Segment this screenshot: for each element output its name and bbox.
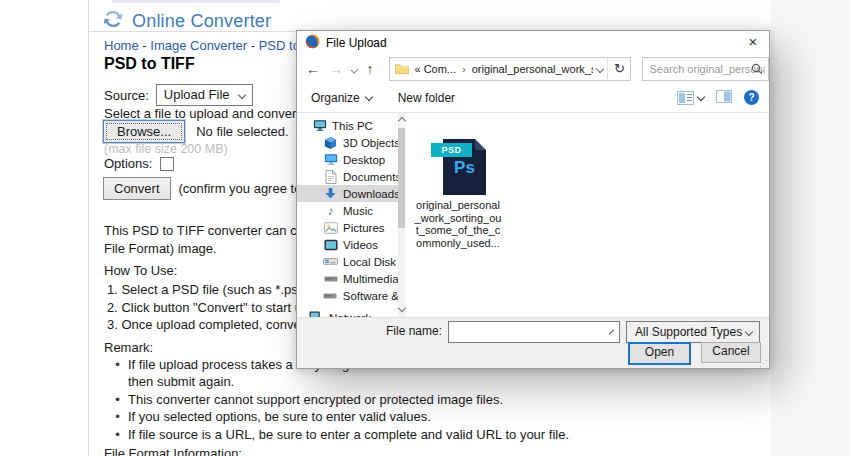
sidebar-item-network[interactable]: Network [297,309,405,317]
file-name-label-text: original_personal _work_sorting_ou t_som… [403,199,513,249]
forward-icon: → [329,61,343,77]
chevron-down-icon [697,92,705,100]
sidebar-item-multimedia-d[interactable]: Multimedia (D:) [297,270,405,287]
file-name-input[interactable] [449,324,611,340]
file-name-label: File name: [386,324,442,338]
organize-button[interactable]: Organize [311,91,372,105]
refresh-icon[interactable]: ↻ [607,58,630,80]
list-item: •This converter cannot support encrypted… [107,391,569,408]
sidebar-item-software-docs[interactable]: Software & Docu [297,287,405,304]
sidebar-item-desktop[interactable]: Desktop [297,151,405,168]
source-label: Source: [104,88,149,103]
search-input[interactable] [643,63,765,75]
file-type-select[interactable]: All Supported Types [626,321,760,343]
list-item: •If you selected options, be sure to ent… [107,408,569,425]
dialog-sidebar: This PC 3D Objects Desktop Documents [297,113,405,317]
dialog-navigation-bar: ← → ↑ « Com... › original_personal_work_… [297,55,769,83]
page-top-artifact [112,0,280,3]
sidebar-item-this-pc[interactable]: This PC [297,117,405,134]
no-file-text: No file selected. [196,124,289,139]
address-bar[interactable]: « Com... › original_personal_work_sorti.… [389,57,631,81]
list-item-continuation: then submit again. [107,373,569,390]
options-checkbox[interactable] [160,157,174,171]
up-icon[interactable]: ↑ [366,61,373,77]
desktop-icon [322,153,339,166]
page-right-background [771,0,850,456]
document-icon [322,170,339,184]
options-label: Options: [104,156,152,171]
search-icon [751,63,763,78]
drive-icon [322,292,339,300]
list-item: •If file source is a URL, be sure to ent… [107,426,569,443]
dialog-titlebar[interactable]: File Upload × [297,31,769,55]
psd-badge: PSD [431,143,472,157]
dialog-toolbar: Organize New folder ? [297,83,769,112]
video-icon [322,239,339,251]
page-title: PSD to TIFF [104,55,195,73]
remark-list: •If file upload process takes a very lon… [107,356,569,443]
preview-pane-button[interactable] [716,90,732,106]
sidebar-item-pictures[interactable]: Pictures [297,219,405,236]
address-breadcrumb[interactable]: « Com... › original_personal_work_sorti.… [409,63,593,75]
search-box[interactable] [642,57,769,81]
disk-icon [322,256,339,267]
remark-heading: Remark: [104,340,153,355]
firefox-icon [305,34,320,52]
sidebar-item-music[interactable]: ♪Music [297,202,405,219]
page-left-border [88,0,89,456]
close-icon[interactable]: × [737,31,769,55]
sidebar-item-videos[interactable]: Videos [297,236,405,253]
music-note-icon: ♪ [322,204,339,218]
preview-pane-icon [716,90,732,103]
sidebar-item-local-disk-c[interactable]: Local Disk (C:) [297,253,405,270]
download-arrow-icon [322,187,339,200]
resize-grip-icon[interactable]: ⋰ [759,360,767,368]
breadcrumb-home-link[interactable]: Home [104,38,139,53]
ps-letters: Ps [443,158,486,178]
dialog-title: File Upload [326,36,737,50]
sidebar-item-documents[interactable]: Documents [297,168,405,185]
picture-icon [322,222,339,234]
browse-button[interactable]: Browse... [103,120,185,143]
help-icon[interactable]: ? [744,90,759,105]
chevron-down-icon [745,328,753,336]
address-dropdown-chevron-icon[interactable] [596,65,604,73]
convert-button[interactable]: Convert [103,177,171,200]
chevron-down-icon [364,92,372,100]
dialog-footer: File name: All Supported Types Open Canc… [297,317,769,368]
file-upload-dialog: File Upload × ← → ↑ « Com... › original_… [296,30,770,369]
sync-arrows-logo-icon [101,7,125,35]
drive-icon [322,275,339,283]
computer-icon [311,119,328,132]
cube-icon [322,136,339,150]
open-button[interactable]: Open [628,342,691,365]
sidebar-item-3d-objects[interactable]: 3D Objects [297,134,405,151]
select-file-label: Select a file to upload and convert: [104,106,303,121]
cancel-button[interactable]: Cancel [701,342,761,363]
view-thumbnails-icon [677,91,694,105]
change-view-button[interactable] [677,91,704,105]
file-format-heading: File Format Information: [104,446,242,456]
history-chevron-icon[interactable] [351,66,359,74]
new-folder-button[interactable]: New folder [398,91,455,105]
source-select[interactable]: Upload File [156,84,253,106]
dialog-content: This PC 3D Objects Desktop Documents [297,113,769,317]
how-to-use-heading: How To Use: [104,263,177,278]
site-logo[interactable]: Online Converter [101,7,271,35]
max-file-size-note: (max file size 200 MB) [104,142,228,156]
file-list-item-psd[interactable]: Ps PSD original_personal _work_sorting_o… [408,113,508,313]
file-name-combobox[interactable] [448,321,620,343]
folder-icon [395,63,409,75]
back-icon[interactable]: ← [306,61,320,77]
site-name[interactable]: Online Converter [132,11,271,32]
photoshop-file-icon: Ps PSD [431,139,486,195]
breadcrumb-image-converter-link[interactable]: Image Converter [150,38,247,53]
sidebar-item-downloads[interactable]: Downloads [297,185,405,202]
chevron-down-icon [237,91,245,99]
